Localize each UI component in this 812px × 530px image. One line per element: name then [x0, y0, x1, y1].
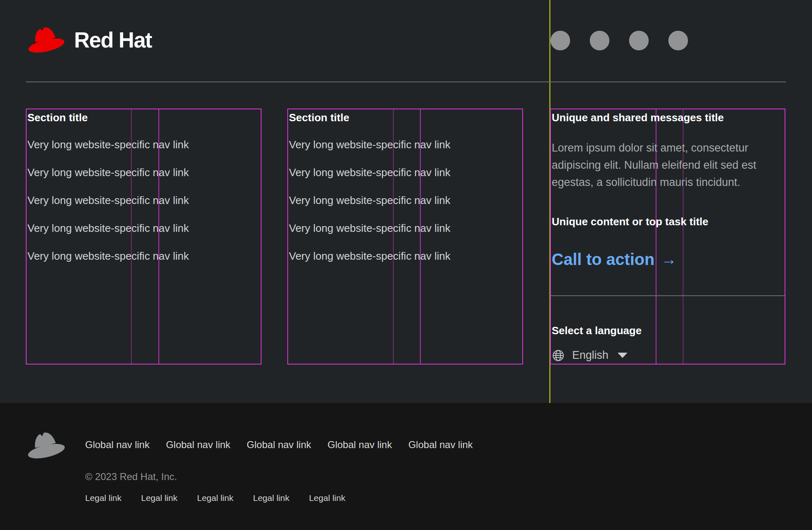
language-divider — [551, 295, 785, 296]
nav-section-2: Section title Very long website-specific… — [287, 109, 523, 365]
arrow-right-icon: → — [661, 250, 677, 269]
section-title: Section title — [27, 112, 261, 123]
legal-link[interactable]: Legal link — [197, 493, 233, 503]
global-nav-link[interactable]: Global nav link — [85, 439, 149, 451]
global-nav-link[interactable]: Global nav link — [327, 439, 392, 451]
redhat-wordmark: Red Hat — [74, 27, 152, 52]
nav-link[interactable]: Very long website-specific nav link — [27, 167, 261, 178]
messages-body: Lorem ipsum dolor sit amet, consectetur … — [552, 139, 785, 191]
messages-section: Unique and shared messages title Lorem i… — [550, 109, 785, 365]
cta-label: Call to action — [552, 250, 654, 269]
globe-icon — [553, 350, 564, 361]
copyright-notice: © 2023 Red Hat, Inc. — [85, 471, 177, 482]
legal-link[interactable]: Legal link — [141, 493, 178, 503]
legal-link[interactable]: Legal link — [253, 493, 289, 503]
redhat-logo[interactable]: Red Hat — [26, 23, 152, 57]
global-nav-link[interactable]: Global nav link — [166, 439, 230, 451]
nav-link[interactable]: Very long website-specific nav link — [289, 167, 522, 178]
chevron-down-icon — [618, 353, 627, 358]
selected-language: English — [572, 349, 609, 362]
social-icon-placeholder-2[interactable] — [590, 31, 609, 50]
global-nav-links: Global nav link Global nav link Global n… — [85, 439, 473, 451]
nav-link[interactable]: Very long website-specific nav link — [289, 195, 522, 206]
redhat-footer-mockup: Red Hat Section title Very long website-… — [0, 0, 812, 530]
social-icon-placeholder-4[interactable] — [668, 31, 688, 50]
social-icons-row — [550, 31, 688, 50]
top-task-title: Unique content or top task title — [552, 216, 785, 227]
nav-section-1: Section title Very long website-specific… — [26, 109, 262, 365]
nav-link[interactable]: Very long website-specific nav link — [289, 139, 522, 150]
language-title: Select a language — [552, 325, 642, 336]
nav-link[interactable]: Very long website-specific nav link — [289, 222, 522, 234]
legal-link[interactable]: Legal link — [85, 493, 122, 503]
call-to-action-link[interactable]: Call to action → — [552, 250, 677, 269]
redhat-hat-icon — [26, 23, 65, 57]
global-footer: Global nav link Global nav link Global n… — [0, 403, 812, 530]
nav-link[interactable]: Very long website-specific nav link — [27, 222, 261, 234]
nav-link[interactable]: Very long website-specific nav link — [27, 250, 261, 262]
legal-link[interactable]: Legal link — [309, 493, 345, 503]
nav-link[interactable]: Very long website-specific nav link — [27, 195, 261, 206]
global-nav-link[interactable]: Global nav link — [247, 439, 311, 451]
social-icon-placeholder-3[interactable] — [629, 31, 649, 50]
social-icon-placeholder-1[interactable] — [550, 31, 570, 50]
global-nav-link[interactable]: Global nav link — [408, 439, 473, 451]
nav-link[interactable]: Very long website-specific nav link — [27, 139, 261, 150]
section-title: Section title — [289, 112, 522, 123]
language-selector[interactable]: English — [553, 349, 627, 362]
nav-link[interactable]: Very long website-specific nav link — [289, 250, 522, 262]
messages-title: Unique and shared messages title — [552, 112, 785, 123]
header-divider — [26, 82, 786, 82]
redhat-hat-gray-icon — [25, 428, 66, 462]
legal-links: Legal link Legal link Legal link Legal l… — [85, 493, 345, 503]
